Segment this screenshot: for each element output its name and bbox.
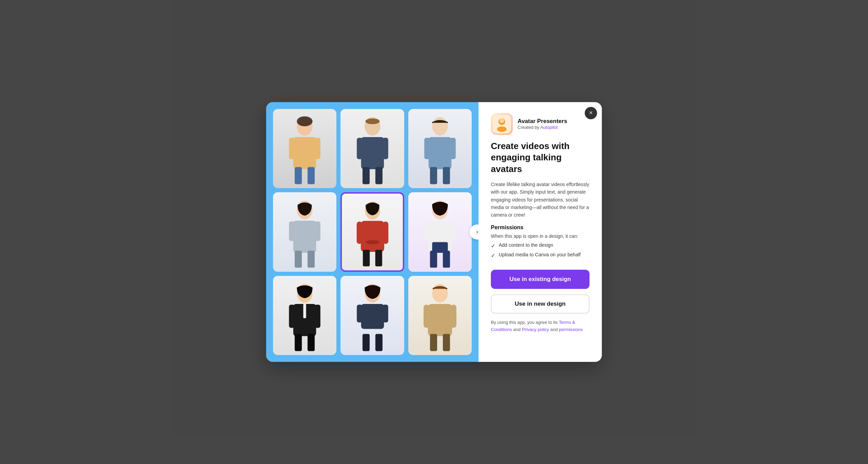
- avatar-card-8[interactable]: [340, 276, 404, 355]
- avatar-card-5[interactable]: [340, 192, 404, 272]
- svg-rect-17: [450, 138, 456, 159]
- svg-rect-27: [361, 221, 384, 252]
- svg-rect-1: [293, 137, 316, 169]
- description: Create lifelike talking avatar videos ef…: [491, 181, 590, 219]
- svg-rect-45: [308, 334, 315, 351]
- svg-rect-23: [315, 221, 321, 241]
- svg-rect-19: [443, 167, 450, 184]
- svg-rect-50: [382, 305, 388, 322]
- svg-rect-24: [295, 251, 302, 268]
- modal-overlay: ×: [0, 0, 868, 464]
- permission-label-2: Upload media to Canva on your behalf: [499, 252, 581, 257]
- permission-item-2: ✓ Upload media to Canva on your behalf: [491, 252, 590, 259]
- main-title: Create videos with engaging talking avat…: [491, 141, 590, 175]
- avatar-card-6[interactable]: [408, 192, 472, 272]
- svg-rect-58: [443, 334, 450, 351]
- svg-rect-48: [361, 304, 384, 329]
- avatar-card-1[interactable]: [273, 109, 336, 188]
- permissions-intro: When this app is open in a design, it ca…: [491, 233, 590, 239]
- creator-link[interactable]: Autopilot: [541, 125, 558, 130]
- avatar-card-2[interactable]: [340, 109, 404, 188]
- privacy-link[interactable]: Privacy policy: [522, 327, 549, 332]
- app-icon: [491, 113, 513, 135]
- use-new-button[interactable]: Use in new design: [491, 294, 590, 314]
- svg-rect-9: [357, 138, 362, 159]
- svg-rect-22: [289, 221, 295, 241]
- svg-point-32: [365, 240, 379, 244]
- svg-point-61: [497, 126, 507, 132]
- right-panel: Avatar Presenters Created by Autopilot C…: [479, 102, 602, 362]
- close-button[interactable]: ×: [585, 107, 597, 119]
- svg-rect-16: [424, 138, 430, 159]
- created-by: Created by Autopilot: [518, 125, 567, 130]
- modal: ×: [266, 102, 602, 362]
- svg-rect-38: [430, 251, 437, 268]
- check-icon-1: ✓: [491, 243, 495, 249]
- svg-rect-36: [450, 221, 456, 241]
- svg-rect-8: [361, 137, 384, 169]
- svg-rect-57: [430, 334, 437, 351]
- svg-rect-25: [308, 251, 315, 268]
- svg-rect-54: [428, 304, 452, 336]
- app-info: Avatar Presenters Created by Autopilot: [518, 118, 567, 130]
- app-header: Avatar Presenters Created by Autopilot: [491, 113, 590, 135]
- svg-point-62: [499, 118, 504, 123]
- svg-point-13: [365, 119, 380, 124]
- svg-rect-21: [293, 221, 316, 253]
- permissions-title: Permissions: [491, 224, 590, 231]
- svg-rect-31: [375, 250, 382, 266]
- svg-rect-51: [362, 334, 370, 351]
- app-name: Avatar Presenters: [518, 118, 567, 125]
- svg-rect-35: [424, 221, 430, 241]
- svg-rect-42: [289, 305, 295, 328]
- permissions-section: Permissions When this app is open in a d…: [491, 224, 590, 261]
- avatar-grid: ›: [266, 102, 479, 362]
- avatar-card-4[interactable]: [273, 192, 336, 272]
- permissions-link[interactable]: permissions: [559, 327, 583, 332]
- permission-label-1: Add content to the design: [499, 242, 553, 248]
- svg-rect-43: [315, 305, 321, 328]
- svg-rect-2: [289, 138, 295, 159]
- use-existing-button[interactable]: Use in existing design: [491, 270, 590, 289]
- svg-rect-15: [429, 137, 451, 169]
- svg-rect-30: [363, 250, 370, 266]
- avatar-card-7[interactable]: [273, 276, 336, 355]
- svg-rect-5: [308, 167, 315, 184]
- svg-rect-28: [357, 222, 362, 244]
- svg-rect-56: [451, 305, 457, 328]
- svg-rect-12: [375, 167, 382, 184]
- svg-rect-10: [382, 138, 388, 159]
- svg-rect-46: [303, 304, 306, 318]
- terms-text: By using this app, you agree to its Term…: [491, 319, 590, 333]
- svg-rect-3: [315, 138, 321, 159]
- avatar-card-3[interactable]: [408, 109, 472, 188]
- check-icon-2: ✓: [491, 252, 495, 259]
- svg-rect-4: [295, 167, 302, 184]
- permission-item-1: ✓ Add content to the design: [491, 242, 590, 249]
- svg-rect-18: [430, 167, 437, 184]
- svg-rect-29: [383, 222, 388, 244]
- svg-rect-52: [375, 334, 382, 351]
- avatar-card-9[interactable]: [408, 276, 472, 355]
- svg-rect-49: [357, 305, 362, 322]
- svg-rect-39: [443, 251, 450, 268]
- svg-point-14: [432, 117, 448, 136]
- svg-rect-11: [362, 167, 370, 184]
- svg-point-6: [297, 117, 313, 126]
- svg-rect-55: [423, 305, 429, 328]
- svg-rect-44: [295, 334, 302, 351]
